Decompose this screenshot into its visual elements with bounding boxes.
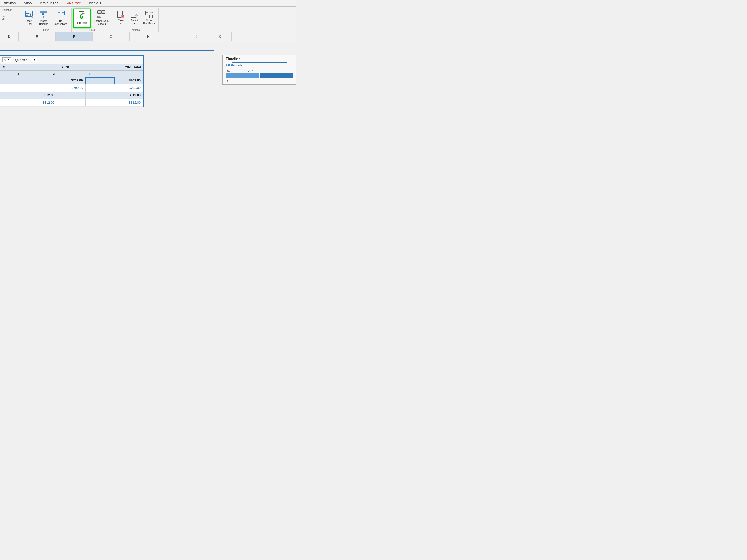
svg-rect-14: [57, 11, 60, 15]
quarter-1-header: 1: [0, 71, 36, 77]
actions-group-label: Actions: [132, 28, 140, 31]
selection-subtext-up: up: [2, 17, 17, 20]
svg-rect-26: [98, 12, 101, 14]
timeline-title: Timeline: [226, 57, 293, 61]
select-label: Select▼: [131, 19, 138, 25]
move-pivottable-icon: [145, 10, 154, 19]
move-pivottable-label: MovePivotTable: [143, 19, 155, 25]
select-button[interactable]: Select▼: [128, 8, 140, 27]
main-content: REVIEW VIEW DEVELOPER ANALYZE DESIGN Sel…: [0, 0, 297, 222]
filter-connections-icon: [56, 10, 65, 19]
col-h: H: [130, 32, 167, 41]
col-d: D: [0, 32, 19, 41]
clear-label: Clear▼: [118, 19, 124, 25]
timeline-subtitle[interactable]: All Periods: [226, 63, 293, 67]
pivot-filter-row: ar ▼ Quarter ▼: [0, 56, 143, 64]
tab-design[interactable]: DESIGN: [85, 0, 105, 6]
change-data-source-label: Change DataSource ▼: [94, 20, 109, 25]
svg-rect-44: [146, 11, 149, 15]
col-g: G: [93, 32, 130, 41]
row-1-label: [0, 77, 28, 84]
tab-view[interactable]: VIEW: [20, 0, 36, 6]
pivot-year: 2020: [62, 65, 69, 69]
year-filter-dropdown[interactable]: ar ▼: [2, 57, 11, 62]
pivot-data-row-4: $312.00 $312.00: [0, 99, 143, 107]
svg-rect-9: [43, 14, 44, 15]
col-j: J: [185, 32, 208, 41]
quarter-2-header: 2: [36, 71, 72, 77]
pivot-year-total: 2020 Total: [125, 65, 141, 69]
quarter-4-header: 4: [72, 71, 107, 77]
clear-icon: [116, 10, 126, 19]
col-f[interactable]: F: [56, 32, 93, 41]
timeline-bar-2020[interactable]: [226, 73, 259, 78]
timeline-years: 2020 2021: [226, 69, 293, 73]
data-group-label: Data: [89, 28, 95, 31]
refresh-button[interactable]: Refresh▼: [73, 8, 91, 28]
ribbon-content: Selection p Field up: [0, 7, 297, 32]
quarter-filter-arrow: ▼: [33, 59, 35, 61]
filter-connections-button[interactable]: FilterConnections: [51, 8, 70, 27]
timeline-year-2020: 2020: [226, 69, 232, 73]
col-k: K: [208, 32, 232, 41]
svg-rect-28: [102, 12, 105, 14]
ribbon: REVIEW VIEW DEVELOPER ANALYZE DESIGN Sel…: [0, 0, 297, 32]
selection-group: Selection p Field up: [2, 8, 20, 32]
row-3-q4: [86, 92, 114, 99]
timeline-bar-container[interactable]: [226, 73, 293, 78]
move-pivottable-button[interactable]: MovePivotTable: [141, 8, 157, 27]
pivot-data-row-2: $702.00 $702.00: [0, 84, 143, 92]
timeline-separator: [232, 62, 286, 62]
horizontal-separator: [0, 50, 213, 51]
filter-group: InsertSlicer: [20, 8, 72, 32]
insert-slicer-button[interactable]: InsertSlicer: [22, 8, 36, 27]
svg-rect-40: [131, 11, 136, 17]
row-1-q4-selected[interactable]: [85, 77, 115, 84]
tab-review[interactable]: REVIEW: [0, 0, 20, 6]
timeline-widget: Timeline All Periods 2020 2021 ◄: [222, 55, 297, 85]
col-i: I: [167, 32, 185, 41]
row-1-q2: $702.00: [57, 77, 85, 84]
row-1-total: $702.00: [115, 77, 143, 84]
pivot-data-row-1: $702.00 $702.00: [0, 77, 143, 84]
change-data-source-icon: [97, 10, 106, 19]
clear-button[interactable]: Clear▼: [115, 8, 127, 27]
data-group: Refresh▼: [72, 8, 113, 32]
row-2-q1: [28, 84, 57, 92]
timeline-year-2021: 2021: [248, 69, 255, 73]
pivot-data-row-3: $312.00 $312.00: [0, 92, 143, 99]
row-4-q4: [86, 99, 114, 106]
tab-developer[interactable]: DEVELOPER: [36, 0, 62, 6]
timeline-scroll-left-icon[interactable]: ◄: [226, 79, 228, 82]
timeline-scroll[interactable]: ◄: [226, 79, 293, 83]
row-2-label: [0, 84, 28, 92]
row-3-q1: $312.00: [28, 92, 57, 99]
row-2-total: $702.00: [114, 84, 143, 92]
row-1-q1: [28, 77, 57, 84]
pivot-year-header: ⊖ 2020 2020 Total: [0, 64, 143, 71]
total-header: [107, 71, 143, 77]
column-headers: D E F G H I J K: [0, 32, 297, 41]
tab-analyze[interactable]: ANALYZE: [63, 0, 85, 6]
insert-timeline-button[interactable]: InsertTimeline: [36, 8, 50, 27]
insert-timeline-icon: [39, 10, 48, 19]
insert-timeline-label: InsertTimeline: [39, 20, 48, 25]
timeline-bar-2021[interactable]: [260, 73, 293, 78]
ribbon-tabs: REVIEW VIEW DEVELOPER ANALYZE DESIGN: [0, 0, 297, 7]
row-3-q2: [57, 92, 86, 99]
quarter-filter-label: Quarter: [15, 58, 27, 62]
filter-group-label: Filter: [43, 28, 49, 31]
quarter-filter-dropdown[interactable]: ▼: [31, 58, 37, 62]
selection-subtext-field: Field: [2, 15, 17, 17]
selection-subtext-p: p: [2, 12, 17, 15]
actions-buttons: Clear▼: [115, 8, 157, 28]
row-4-total: $312.00: [114, 99, 143, 106]
col-e: E: [19, 32, 56, 41]
change-data-source-button[interactable]: Change DataSource ▼: [92, 8, 111, 27]
insert-slicer-label: InsertSlicer: [26, 20, 32, 25]
pivot-collapse-icon: ⊖: [3, 65, 5, 69]
row-4-label: [0, 99, 28, 106]
svg-rect-48: [149, 15, 153, 18]
select-icon: [130, 10, 139, 19]
data-buttons: Refresh▼: [73, 8, 111, 28]
